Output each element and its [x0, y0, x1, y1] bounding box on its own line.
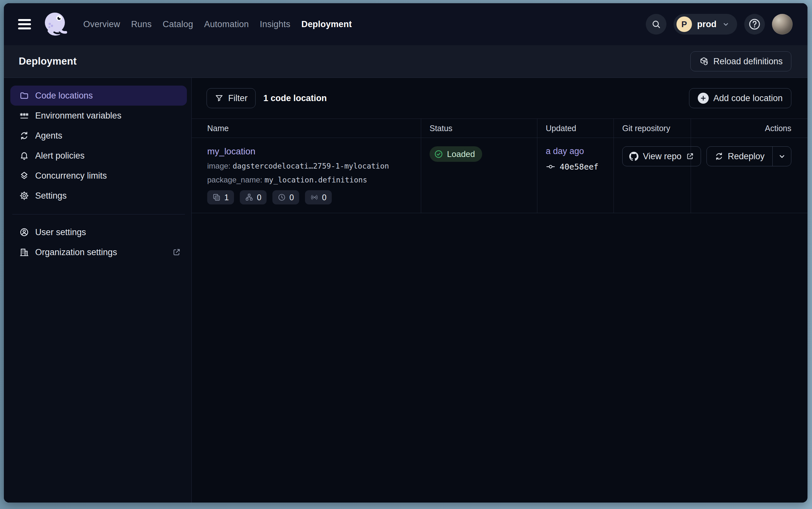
column-header-git-repository: Git repository [614, 119, 691, 138]
sidebar-item-agents[interactable]: Agents [10, 126, 187, 146]
redeploy-icon [714, 152, 724, 161]
add-code-location-label: Add code location [713, 93, 783, 103]
redeploy-menu-button[interactable] [772, 147, 791, 166]
assets-icon [212, 193, 221, 202]
jobs-icon [245, 193, 253, 202]
sidebar-item-code-locations[interactable]: Code locations [10, 86, 187, 106]
column-header-name: Name [192, 119, 421, 138]
redeploy-button[interactable]: Redeploy [707, 147, 772, 166]
name-cell: my_location image: dagstercodelocati…275… [192, 138, 421, 213]
deployment-switcher[interactable]: P prod [673, 14, 737, 35]
column-header-actions: Actions [691, 119, 808, 138]
sync-icon [20, 131, 29, 140]
nav-item-automation[interactable]: Automation [204, 20, 249, 29]
commit-icon [546, 162, 555, 171]
search-icon [651, 19, 661, 29]
sidebar-item-label: Concurrency limits [35, 171, 107, 181]
folder-icon [20, 91, 29, 100]
env-vars-icon [20, 111, 29, 121]
user-circle-icon [20, 227, 29, 237]
column-header-status: Status [421, 119, 538, 138]
sidebar-item-environment-variables[interactable]: Environment variables [10, 106, 187, 126]
sidebar-item-label: Alert policies [35, 151, 84, 161]
image-value: dagstercodelocati…2759-1-mylocation [233, 162, 389, 170]
actions-cell: Redeploy [691, 138, 808, 213]
updated-time-link[interactable]: a day ago [546, 146, 584, 156]
search-button[interactable] [646, 14, 666, 35]
jobs-count-chip: 0 [240, 190, 267, 204]
commit-line: 40e58eef [546, 162, 614, 171]
page-header: Deployment Reload definitions [4, 45, 808, 78]
sidebar-divider [12, 214, 185, 214]
table-row: my_location image: dagstercodelocati…275… [192, 138, 808, 213]
sidebar-item-label: Settings [35, 191, 67, 201]
code-location-link[interactable]: my_location [207, 146, 255, 157]
clock-icon [278, 193, 286, 202]
sidebar-item-organization-settings[interactable]: Organization settings [10, 242, 187, 262]
menu-icon[interactable] [18, 19, 31, 29]
jobs-count: 0 [257, 193, 261, 202]
layers-icon [20, 171, 29, 180]
user-avatar[interactable] [772, 14, 792, 35]
bell-icon [20, 151, 29, 161]
toolbar: Filter 1 code location Add code location [192, 78, 808, 108]
image-label: image: [207, 162, 230, 170]
plus-icon [698, 93, 709, 104]
chevron-down-icon [777, 152, 786, 161]
view-repo-label: View repo [643, 151, 681, 162]
schedules-count-chip: 0 [272, 190, 299, 204]
code-location-count: 1 code location [263, 93, 327, 103]
package-line: package_name: my_location.definitions [207, 175, 421, 184]
chevron-down-icon [722, 20, 730, 28]
view-repo-button[interactable]: View repo [622, 146, 701, 166]
assets-count: 1 [224, 193, 229, 202]
status-label: Loaded [447, 149, 475, 159]
app-window: Overview Runs Catalog Automation Insight… [4, 3, 808, 503]
help-icon [748, 18, 761, 31]
sidebar-item-user-settings[interactable]: User settings [10, 222, 187, 242]
nav-item-insights[interactable]: Insights [260, 20, 291, 29]
app-body: Code locations Environment variables [4, 78, 808, 503]
add-code-location-button[interactable]: Add code location [689, 88, 791, 108]
sidebar-item-alert-policies[interactable]: Alert policies [10, 146, 187, 166]
navbar-right: P prod [646, 14, 792, 35]
sidebar-item-label: Code locations [35, 91, 93, 101]
redeploy-split-button: Redeploy [706, 146, 791, 166]
package-label: package_name: [207, 175, 262, 184]
git-repository-cell: View repo [614, 138, 691, 213]
sidebar-item-settings[interactable]: Settings [10, 186, 187, 206]
assets-count-chip: 1 [207, 190, 234, 204]
deployment-initial-badge: P [676, 16, 692, 32]
filter-button[interactable]: Filter [207, 88, 256, 108]
sensors-count-chip: 0 [305, 190, 332, 204]
external-link-icon [172, 248, 181, 257]
reload-definitions-label: Reload definitions [713, 57, 783, 67]
dagster-logo-icon[interactable] [43, 11, 68, 37]
nav-item-overview[interactable]: Overview [83, 20, 120, 29]
gear-icon [20, 191, 29, 201]
commit-hash: 40e58eef [560, 162, 598, 171]
help-button[interactable] [744, 14, 765, 35]
updated-cell: a day ago 40e58eef [538, 138, 614, 213]
sidebar-item-label: Organization settings [35, 247, 117, 258]
main-content: Filter 1 code location Add code location… [192, 78, 808, 503]
primary-nav: Overview Runs Catalog Automation Insight… [83, 20, 352, 29]
table-header-row: Name Status Updated Git repository Actio… [192, 118, 808, 138]
filter-icon [215, 94, 224, 103]
package-value: my_location.definitions [264, 176, 367, 184]
reload-definitions-icon [699, 57, 709, 66]
sidebar-item-label: Agents [35, 131, 62, 141]
check-circle-icon [434, 149, 443, 159]
reload-definitions-button[interactable]: Reload definitions [690, 52, 791, 71]
nav-item-deployment[interactable]: Deployment [301, 20, 352, 29]
redeploy-label: Redeploy [728, 151, 765, 162]
deployment-name: prod [697, 20, 716, 29]
sidebar-item-concurrency-limits[interactable]: Concurrency limits [10, 166, 187, 186]
sensor-icon [310, 193, 319, 202]
nav-item-catalog[interactable]: Catalog [163, 20, 193, 29]
column-header-updated: Updated [538, 119, 614, 138]
github-icon [629, 151, 639, 161]
code-locations-table: Name Status Updated Git repository Actio… [192, 118, 808, 213]
nav-item-runs[interactable]: Runs [131, 20, 152, 29]
top-navbar: Overview Runs Catalog Automation Insight… [4, 3, 808, 45]
